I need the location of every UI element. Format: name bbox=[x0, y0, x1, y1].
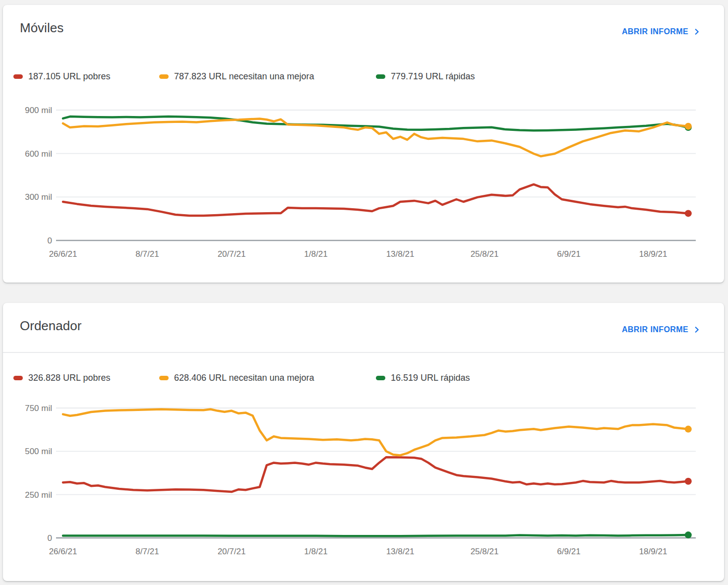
svg-text:26/6/21: 26/6/21 bbox=[49, 249, 77, 259]
card-ordenador: Ordenador ABRIR INFORME 326.828 URL pobr… bbox=[3, 303, 724, 581]
header-divider bbox=[3, 352, 724, 353]
svg-text:600 mil: 600 mil bbox=[25, 149, 52, 159]
svg-text:8/7/21: 8/7/21 bbox=[135, 547, 159, 556]
abrir-informe-link[interactable]: ABRIR INFORME bbox=[622, 325, 702, 335]
abrir-informe-label: ABRIR INFORME bbox=[622, 325, 688, 334]
legend-swatch-fast-icon bbox=[376, 376, 385, 380]
svg-text:250 mil: 250 mil bbox=[25, 490, 52, 500]
legend-label-needs-improvement: 628.406 URL necesitan una mejora bbox=[174, 373, 314, 383]
svg-text:0: 0 bbox=[48, 236, 52, 245]
abrir-informe-label: ABRIR INFORME bbox=[622, 27, 688, 36]
page-title: Ordenador bbox=[20, 318, 81, 334]
legend-item-needs-improvement[interactable]: 787.823 URL necesitan una mejora bbox=[159, 70, 314, 83]
legend-swatch-fast-icon bbox=[376, 74, 385, 79]
svg-text:1/8/21: 1/8/21 bbox=[304, 249, 327, 259]
legend-swatch-needs-improvement-icon bbox=[159, 74, 169, 79]
svg-text:900 mil: 900 mil bbox=[25, 106, 52, 115]
abrir-informe-link[interactable]: ABRIR INFORME bbox=[622, 27, 702, 37]
svg-text:1/8/21: 1/8/21 bbox=[304, 547, 327, 556]
legend-item-fast[interactable]: 779.719 URL rápidas bbox=[376, 70, 475, 83]
card-moviles: Móviles ABRIR INFORME 187.105 URL pobres… bbox=[3, 5, 724, 283]
legend-label-fast: 16.519 URL rápidas bbox=[391, 373, 470, 383]
svg-text:13/8/21: 13/8/21 bbox=[386, 547, 415, 556]
legend-item-fast[interactable]: 16.519 URL rápidas bbox=[376, 371, 470, 384]
legend-label-poor: 187.105 URL pobres bbox=[28, 71, 110, 82]
chart-ordenador: 0250 mil500 mil750 mil26/6/218/7/2120/7/… bbox=[3, 401, 724, 574]
legend-swatch-needs-improvement-icon bbox=[159, 376, 169, 380]
legend-swatch-poor-icon bbox=[13, 376, 23, 380]
svg-text:20/7/21: 20/7/21 bbox=[218, 547, 246, 556]
legend-label-fast: 779.719 URL rápidas bbox=[391, 71, 475, 82]
svg-text:0: 0 bbox=[48, 533, 52, 543]
svg-text:6/9/21: 6/9/21 bbox=[557, 547, 580, 556]
svg-text:750 mil: 750 mil bbox=[25, 404, 52, 413]
svg-text:26/6/21: 26/6/21 bbox=[49, 547, 77, 556]
chevron-right-icon bbox=[692, 27, 702, 37]
svg-text:20/7/21: 20/7/21 bbox=[218, 249, 246, 259]
svg-text:6/9/21: 6/9/21 bbox=[557, 249, 580, 259]
legend-label-poor: 326.828 URL pobres bbox=[28, 373, 110, 383]
page-title: Móviles bbox=[20, 20, 63, 36]
legend-item-poor[interactable]: 326.828 URL pobres bbox=[13, 371, 110, 384]
legend-item-poor[interactable]: 187.105 URL pobres bbox=[13, 70, 110, 83]
legend-label-needs-improvement: 787.823 URL necesitan una mejora bbox=[174, 71, 314, 82]
svg-text:13/8/21: 13/8/21 bbox=[386, 249, 415, 259]
svg-text:18/9/21: 18/9/21 bbox=[639, 547, 667, 556]
chevron-right-icon bbox=[692, 325, 702, 335]
svg-text:500 mil: 500 mil bbox=[25, 447, 52, 456]
svg-text:300 mil: 300 mil bbox=[25, 192, 52, 202]
legend-swatch-poor-icon bbox=[13, 74, 23, 79]
svg-text:18/9/21: 18/9/21 bbox=[639, 249, 667, 259]
svg-text:8/7/21: 8/7/21 bbox=[135, 249, 159, 259]
legend-item-needs-improvement[interactable]: 628.406 URL necesitan una mejora bbox=[159, 371, 314, 384]
chart-moviles: 0300 mil600 mil900 mil26/6/218/7/2120/7/… bbox=[3, 92, 724, 265]
svg-text:25/8/21: 25/8/21 bbox=[471, 547, 499, 556]
svg-text:25/8/21: 25/8/21 bbox=[471, 249, 499, 259]
